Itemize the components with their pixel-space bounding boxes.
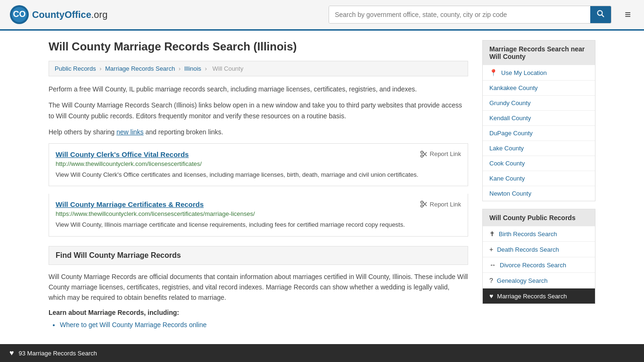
sidebar-birth-records[interactable]: ✝ Birth Records Search xyxy=(483,226,595,242)
find-section-heading: Find Will County Marriage Records xyxy=(49,246,468,265)
svg-point-6 xyxy=(421,155,423,157)
logo[interactable]: CO CountyOffice.org xyxy=(9,5,107,25)
search-bar xyxy=(329,6,611,24)
genealogy-icon: ? xyxy=(489,277,493,284)
sidebar-kendall[interactable]: Kendall County xyxy=(483,111,595,126)
footer-bar: ♥ 93 Marriage Records Search xyxy=(0,344,644,350)
sidebar-death-records[interactable]: + Death Records Search xyxy=(483,242,595,257)
search-icon xyxy=(597,10,604,17)
sidebar-kankakee[interactable]: Kankakee County xyxy=(483,81,595,96)
sidebar: Marriage Records Search near Will County… xyxy=(482,40,595,331)
description-1: Perform a free Will County, IL public ma… xyxy=(49,84,468,94)
nearby-section: Marriage Records Search near Will County… xyxy=(482,40,595,201)
record-link-2-desc: View Will County, Illinois marriage cert… xyxy=(56,220,461,230)
svg-line-4 xyxy=(602,15,604,17)
record-link-1-desc: View Will County Clerk's Office certific… xyxy=(56,170,461,180)
sidebar-dupage[interactable]: DuPage County xyxy=(483,126,595,141)
report-link-2-button[interactable]: Report Link xyxy=(420,200,461,208)
nearby-section-title: Marriage Records Search near Will County xyxy=(483,41,595,65)
breadcrumb-marriage-records-search[interactable]: Marriage Records Search xyxy=(105,65,175,72)
record-link-2-url[interactable]: https://www.thewillcountyclerk.com/licen… xyxy=(56,210,461,217)
public-records-section: Will County Public Records ✝ Birth Recor… xyxy=(482,209,595,304)
page-title: Will County Marriage Records Search (Ill… xyxy=(49,40,468,53)
svg-point-5 xyxy=(421,151,423,153)
sidebar-lake[interactable]: Lake County xyxy=(483,141,595,156)
bullet-list: Where to get Will County Marriage Record… xyxy=(49,319,468,331)
new-links-link[interactable]: new links xyxy=(116,128,144,136)
record-link-2: Will County Marriage Certificates & Reco… xyxy=(49,194,468,237)
record-link-2-title[interactable]: Will County Marriage Certificates & Reco… xyxy=(56,200,204,208)
logo-icon: CO xyxy=(9,5,29,25)
location-pin-icon: 📍 xyxy=(489,69,497,76)
svg-point-10 xyxy=(421,205,423,207)
sidebar-newton[interactable]: Newton County xyxy=(483,186,595,201)
search-input[interactable] xyxy=(329,6,590,23)
svg-point-3 xyxy=(598,11,603,16)
sidebar-marriage-records[interactable]: ♥ Marriage Records Search xyxy=(483,288,595,304)
sidebar-cook[interactable]: Cook County xyxy=(483,156,595,171)
svg-point-9 xyxy=(421,201,423,204)
bullet-item-1[interactable]: Where to get Will County Marriage Record… xyxy=(60,319,468,331)
logo-text: CountyOffice.org xyxy=(32,9,107,20)
svg-text:CO: CO xyxy=(13,9,26,19)
use-my-location[interactable]: 📍 Use My Location xyxy=(483,65,595,81)
death-icon: + xyxy=(489,246,493,253)
breadcrumb-illinois[interactable]: Illinois xyxy=(184,65,201,72)
divorce-icon: ↔ xyxy=(489,261,496,269)
description-2: The Will County Marriage Records Search … xyxy=(49,100,468,121)
sidebar-kane[interactable]: Kane County xyxy=(483,171,595,186)
find-section-text: Will County Marriage Records are officia… xyxy=(49,272,468,303)
record-link-1-url[interactable]: http://www.thewillcountyclerk.com/licens… xyxy=(56,160,461,167)
footer-marriage-icon: ♥ xyxy=(9,349,14,350)
sidebar-divorce-records[interactable]: ↔ Divorce Records Search xyxy=(483,257,595,273)
search-button[interactable] xyxy=(590,6,611,23)
scissors-icon-2 xyxy=(420,200,428,208)
sidebar-grundy[interactable]: Grundy County xyxy=(483,96,595,111)
record-link-1-title[interactable]: Will County Clerk's Office Vital Records xyxy=(56,150,189,158)
menu-button[interactable]: ≡ xyxy=(621,7,635,23)
breadcrumb: Public Records › Marriage Records Search… xyxy=(49,61,468,76)
record-link-1: Will County Clerk's Office Vital Records… xyxy=(49,143,468,187)
breadcrumb-public-records[interactable]: Public Records xyxy=(55,65,96,72)
birth-icon: ✝ xyxy=(489,230,495,238)
report-link-1-button[interactable]: Report Link xyxy=(420,150,461,158)
sidebar-genealogy[interactable]: ? Genealogy Search xyxy=(483,273,595,288)
breadcrumb-current: Will County xyxy=(212,65,243,72)
public-records-title: Will County Public Records xyxy=(483,209,595,226)
description-3: Help others by sharing new links and rep… xyxy=(49,127,468,137)
scissors-icon-1 xyxy=(420,150,428,158)
marriage-icon: ♥ xyxy=(489,292,493,300)
learn-heading: Learn about Marriage Records, including: xyxy=(49,309,468,316)
